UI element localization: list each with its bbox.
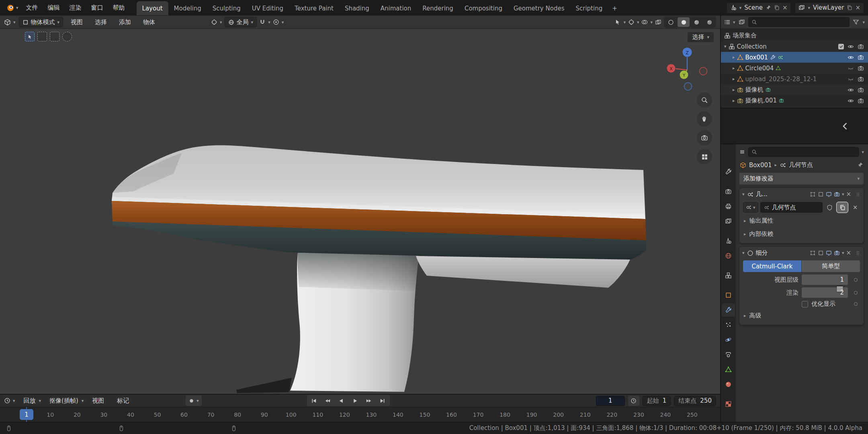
eye-icon[interactable] [848, 43, 854, 50]
simple-button[interactable]: 简单型 [802, 260, 860, 272]
menu-edit[interactable]: 编辑 [43, 3, 64, 13]
filter-funnel-icon[interactable] [853, 19, 859, 25]
eye-icon[interactable] [848, 98, 854, 104]
collection-checkbox[interactable] [838, 44, 844, 49]
zoom-button[interactable] [697, 92, 712, 108]
outliner-row-upload[interactable]: upload_2025-2-28_12-1 [721, 74, 868, 84]
breadcrumb-datablock[interactable]: 几何节点 [789, 161, 813, 169]
expand-arrow-icon[interactable] [724, 44, 727, 49]
decorator-icon[interactable] [854, 278, 858, 282]
internal-dependencies-section[interactable]: 内部依赖 [743, 229, 860, 240]
xray-toggle-icon[interactable] [655, 19, 661, 25]
play-reverse-button[interactable] [335, 396, 348, 405]
delete-modifier-icon[interactable] [846, 191, 851, 197]
eye-icon[interactable] [848, 54, 854, 61]
tab-render[interactable] [722, 185, 735, 198]
modifier-extras-button[interactable] [842, 192, 844, 197]
tab-texture-paint[interactable]: Texture Paint [289, 1, 339, 15]
menu-view[interactable]: 视图 [66, 17, 87, 27]
select-mode-dropdown[interactable]: 选择 [688, 32, 714, 42]
shading-solid-button[interactable] [678, 17, 690, 27]
close-icon[interactable] [782, 5, 788, 11]
outliner-search-input[interactable] [748, 17, 850, 27]
tweak-tool-icon[interactable] [25, 32, 35, 41]
outliner-row-camera-001[interactable]: 摄像机.001 [721, 95, 868, 106]
delete-modifier-icon[interactable] [846, 250, 851, 256]
shading-rendered-button[interactable] [703, 17, 715, 27]
drag-grip-icon[interactable] [855, 250, 861, 256]
modifier-name[interactable]: 细分 [756, 249, 768, 257]
render-camera-icon[interactable] [858, 76, 864, 82]
tab-object[interactable] [722, 289, 735, 302]
ortho-toggle-button[interactable] [697, 149, 712, 164]
tab-modeling[interactable]: Modeling [168, 1, 207, 15]
select-circle-tool-icon[interactable] [62, 32, 72, 41]
levels-viewport-field[interactable]: 1 [802, 274, 848, 285]
display-render-toggle-icon[interactable] [834, 191, 840, 197]
start-frame-field[interactable]: 起始 1 [643, 396, 671, 406]
outliner-row-circle004[interactable]: Circle004 [721, 63, 868, 74]
copy-icon[interactable] [774, 5, 780, 10]
timeline-marker-menu[interactable]: 标记 [113, 396, 133, 406]
preview-range-button[interactable] [628, 396, 639, 406]
collapse-arrow-icon[interactable] [742, 192, 745, 197]
decorator-icon[interactable] [854, 291, 858, 295]
overlays-button[interactable] [641, 19, 653, 25]
menu-add[interactable]: 添加 [115, 17, 135, 27]
tab-world[interactable] [722, 249, 735, 262]
copy-icon[interactable] [847, 5, 852, 10]
node-group-browse-button[interactable] [743, 202, 758, 213]
playback-menu[interactable]: 回放 [19, 396, 41, 406]
tab-geometry-nodes[interactable]: Geometry Nodes [508, 1, 570, 15]
pin-icon[interactable] [766, 5, 771, 10]
outliner-row-collection[interactable]: Collection [721, 41, 868, 52]
playhead[interactable]: 1 [20, 409, 33, 420]
render-camera-icon[interactable] [858, 43, 864, 50]
tab-scene[interactable] [722, 234, 735, 248]
breadcrumb-object[interactable]: Box001 [749, 162, 772, 169]
display-realtime-toggle-icon[interactable] [826, 191, 832, 197]
outliner-row-box001[interactable]: Box001 [721, 52, 868, 63]
visibility-options-button[interactable] [614, 19, 626, 25]
pin-icon[interactable] [857, 162, 863, 168]
tab-compositing[interactable]: Compositing [459, 1, 508, 15]
timeline-ruler[interactable]: 1 10 20 30 40 50 60 70 80 90 100 110 120… [0, 407, 720, 422]
modifier-name[interactable]: 几... [756, 190, 768, 198]
render-camera-icon[interactable] [858, 65, 864, 72]
new-node-group-button[interactable] [836, 202, 848, 213]
menu-file[interactable]: 文件 [22, 3, 43, 13]
expand-arrow-icon[interactable] [733, 66, 735, 70]
decorator-icon[interactable] [854, 302, 858, 306]
gizmo-neg-x-axis[interactable] [700, 68, 707, 75]
tab-constraints[interactable] [722, 348, 735, 361]
mode-dropdown[interactable]: 物体模式 [19, 17, 63, 27]
scene-selector[interactable]: Scene [727, 2, 791, 13]
eye-closed-icon[interactable] [848, 65, 854, 72]
expand-panel-chevron-icon[interactable] [841, 119, 850, 133]
modifier-header[interactable]: 细分 [739, 247, 864, 259]
modifier-extras-button[interactable] [842, 251, 844, 255]
output-attributes-section[interactable]: 输出属性 [743, 215, 860, 226]
outliner-row-camera[interactable]: 摄像机 [721, 84, 868, 95]
tab-material[interactable] [722, 378, 735, 391]
menu-window[interactable]: 窗口 [87, 3, 108, 13]
shading-wireframe-button[interactable] [665, 17, 677, 27]
display-realtime-toggle-icon[interactable] [826, 250, 832, 256]
expand-arrow-icon[interactable] [733, 88, 735, 92]
tab-scripting[interactable]: Scripting [570, 1, 608, 15]
filter-options-button[interactable] [862, 20, 865, 25]
snap-button[interactable] [259, 19, 270, 25]
menu-select[interactable]: 选择 [90, 17, 111, 27]
optimal-display-checkbox-row[interactable]: 优化显示 [802, 300, 848, 308]
add-workspace-button[interactable]: + [608, 1, 621, 15]
tab-tool[interactable] [722, 165, 735, 178]
timeline-editor-type-button[interactable] [4, 397, 15, 404]
select-box-tool-icon[interactable] [37, 32, 47, 41]
render-camera-icon[interactable] [858, 87, 864, 93]
jump-to-start-button[interactable] [308, 396, 321, 405]
display-edit-mode-toggle-icon[interactable] [818, 191, 824, 197]
shading-material-button[interactable] [690, 17, 702, 27]
catmull-clark-button[interactable]: Catmull-Clark [743, 260, 801, 272]
modifier-header[interactable]: 几... [739, 188, 864, 201]
display-render-toggle-icon[interactable] [834, 250, 840, 256]
